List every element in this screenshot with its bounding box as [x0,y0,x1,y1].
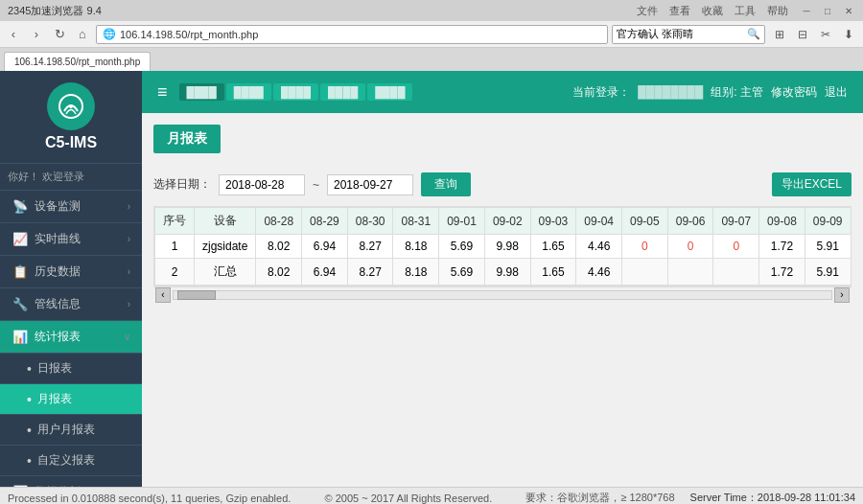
minimize-button[interactable]: ─ [800,4,813,17]
header-nav-item-3[interactable]: ████ [273,83,318,101]
hamburger-menu-icon[interactable]: ≡ [157,82,168,103]
download-icon[interactable]: ⬇ [838,25,859,44]
data-analysis-icon: 📉 [12,485,29,487]
change-pwd-link[interactable]: 修改密码 [771,84,817,101]
col-header-id: 序号 [155,208,195,235]
cell-0828: 8.02 [256,259,302,286]
cell-0907 [713,259,759,286]
sidebar: C5-IMS 你好！ 欢迎登录 📡 设备监测 › 📈 实时曲线 › 📋 历史数据… [0,71,142,487]
scroll-track[interactable] [173,290,832,300]
col-header-device: 设备 [195,208,256,235]
sidebar-item-realtime-curve[interactable]: 📈 实时曲线 › [0,223,142,256]
greeting-text: 你好！ [8,171,39,182]
user-info: 你好！ 欢迎登录 [0,164,142,191]
cell-0909: 5.91 [805,235,851,259]
tab-label: 106.14.198.50/rpt_month.php [14,57,140,67]
date-separator: ~ [313,178,319,192]
home-button[interactable]: ⌂ [73,25,92,44]
daily-report-label: 日报表 [37,360,72,377]
start-date-input[interactable] [219,174,305,195]
col-header-0828: 08-28 [256,208,302,235]
back-button[interactable]: ‹ [4,25,23,44]
sidebar-subitem-monthly-report[interactable]: 月报表 [0,384,142,415]
sidebar-item-data-analysis[interactable]: 📉 数据分析 › [0,476,142,487]
group-label: 组别: 主管 [711,84,763,101]
cell-0901: 5.69 [439,235,485,259]
logo-svg [57,92,85,121]
close-button[interactable]: ✕ [842,4,855,17]
col-header-0910: 09-10 [851,208,851,235]
search-icon: 🔍 [747,28,760,40]
app-title: 2345加速浏览器 9.4 [8,5,102,16]
menu-favorites[interactable]: 收藏 [702,4,723,18]
toolbar-icon-1[interactable]: ⊞ [769,25,790,44]
menu-help[interactable]: 帮助 [767,4,788,18]
col-header-0903: 09-03 [530,208,576,235]
top-header: ≡ ████ ████ ████ ████ ████ 当前登录： ███████… [142,71,863,113]
cell-0903: 1.65 [530,259,576,286]
sidebar-item-device-detect[interactable]: 📡 设备监测 › [0,191,142,223]
active-tab[interactable]: 106.14.198.50/rpt_month.php [4,52,151,71]
filter-bar: 选择日期： ~ 查询 导出EXCEL [153,172,851,196]
processed-info: Processed in 0.010888 second(s), 11 quer… [8,493,291,504]
logout-link[interactable]: 退出 [825,84,848,101]
refresh-button[interactable]: ↻ [50,25,69,44]
monthly-report-label: 月报表 [37,391,72,407]
sidebar-item-pipeline-info[interactable]: 🔧 管线信息 › [0,288,142,321]
data-analysis-label: 数据分析 [35,484,128,487]
cell-0910: 0.01 [851,259,851,286]
sidebar-subitem-custom-report[interactable]: 自定义报表 [0,446,142,476]
realtime-curve-arrow: › [128,234,130,244]
sidebar-item-history-data[interactable]: 📋 历史数据 › [0,256,142,288]
stats-report-label: 统计报表 [35,329,124,345]
server-time: Server Time：2018-09-28 11:01:34 [690,491,855,504]
sidebar-logo: C5-IMS [0,71,142,164]
header-right: 当前登录： ████████ 组别: 主管 修改密码 退出 [572,84,848,101]
col-header-0830: 08-30 [347,208,393,235]
cell-device: zjgsidate [195,235,256,259]
sidebar-item-stats-report[interactable]: 📊 统计报表 ∨ [0,321,142,354]
realtime-curve-label: 实时曲线 [35,231,128,247]
header-nav-item-2[interactable]: ████ [226,83,271,101]
menu-view[interactable]: 查看 [669,4,690,18]
col-header-0904: 09-04 [576,208,622,235]
scroll-thumb[interactable] [177,290,216,300]
header-nav: ████ ████ ████ ████ ████ [179,83,573,101]
scroll-right-button[interactable]: › [834,287,850,303]
sidebar-nav: 📡 设备监测 › 📈 实时曲线 › 📋 历史数据 › 🔧 管线信息 › 📊 [0,191,142,487]
logo-icon [47,82,95,130]
titlebar: 2345加速浏览器 9.4 文件 查看 收藏 工具 帮助 ─ □ ✕ [0,0,863,21]
copyright-text: © 2005 ~ 2017 All Rights Reserved. [324,493,492,504]
cell-0903: 1.65 [530,235,576,259]
favicon-icon: 🌐 [103,28,116,40]
toolbar-icon-2[interactable]: ⊟ [792,25,813,44]
menu-tools[interactable]: 工具 [735,4,756,18]
page-title: 月报表 [153,125,221,153]
data-table-wrapper: 序号 设备 08-28 08-29 08-30 08-31 09-01 09-0… [153,206,851,286]
cell-0904: 4.46 [576,259,622,286]
export-excel-button[interactable]: 导出EXCEL [772,172,851,196]
cell-0829: 6.94 [302,259,348,286]
sidebar-subitem-daily-report[interactable]: 日报表 [0,354,142,384]
current-user-name: ████████ [638,85,703,99]
header-nav-item-4[interactable]: ████ [320,83,365,101]
address-bar[interactable]: 🌐 106.14.198.50/rpt_month.php [96,25,608,44]
sidebar-subitem-user-report[interactable]: 用户月报表 [0,415,142,446]
query-button[interactable]: 查询 [421,172,471,196]
cell-0907: 0 [713,235,759,259]
toolbar-icon-3[interactable]: ✂ [815,25,836,44]
scroll-left-button[interactable]: ‹ [155,287,171,303]
restore-button[interactable]: □ [821,4,834,17]
end-date-input[interactable] [327,174,413,195]
forward-button[interactable]: › [27,25,46,44]
cell-0830: 8.27 [347,235,393,259]
header-nav-item-5[interactable]: ████ [367,83,412,101]
menu-file[interactable]: 文件 [637,4,658,18]
table-row: 2 汇总 8.02 6.94 8.27 8.18 5.69 9.98 1.65 … [155,259,852,286]
history-data-arrow: › [128,266,130,277]
device-detect-arrow: › [128,201,130,212]
svg-point-1 [69,104,73,108]
device-detect-label: 设备监测 [35,198,128,215]
search-bar[interactable]: 官方确认 张雨晴 🔍 [612,25,765,44]
header-nav-item-1[interactable]: ████ [179,83,224,101]
